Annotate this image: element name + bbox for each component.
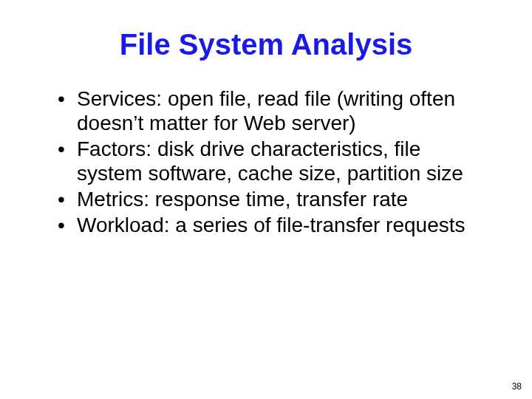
list-item: Metrics: response time, transfer rate: [58, 187, 488, 211]
page-number: 38: [512, 381, 522, 392]
list-item: Workload: a series of file-transfer requ…: [58, 213, 488, 237]
list-item: Factors: disk drive characteristics, fil…: [58, 137, 488, 185]
slide-title: File System Analysis: [44, 28, 488, 61]
slide: File System Analysis Services: open file…: [0, 0, 532, 399]
list-item: Services: open file, read file (writing …: [58, 86, 488, 135]
bullet-list: Services: open file, read file (writing …: [44, 86, 488, 237]
